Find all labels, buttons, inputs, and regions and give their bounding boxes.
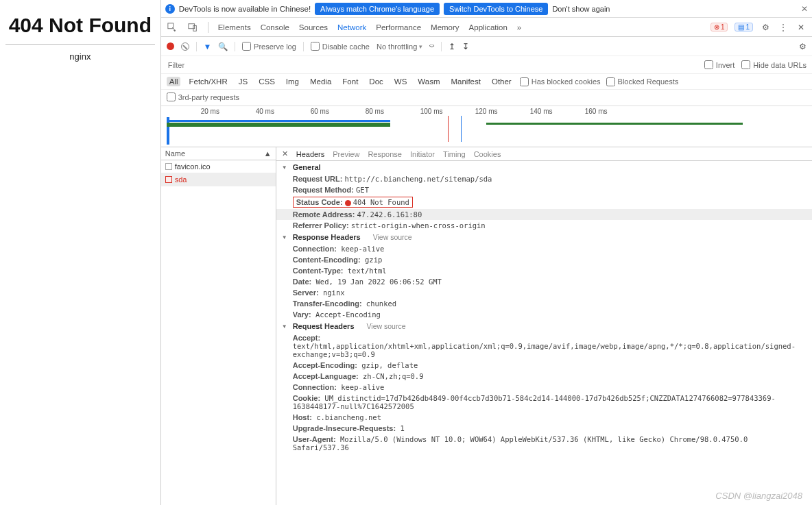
view-source-link[interactable]: View source [373, 233, 412, 241]
response-header-row: Server: nginx [276, 287, 812, 298]
network-toolbar: ▼ 🔍 Preserve log Disable cache No thrott… [161, 37, 812, 56]
invert-checkbox[interactable]: Invert [704, 60, 735, 69]
tab-cookies[interactable]: Cookies [474, 150, 501, 158]
filter-fetch[interactable]: Fetch/XHR [186, 77, 230, 86]
blocked-cookies-checkbox[interactable]: Has blocked cookies [520, 77, 601, 86]
sort-icon: ▲ [264, 149, 272, 158]
request-url: Request URL: http://c.biancheng.net/site… [276, 173, 812, 184]
throttling-select[interactable]: No throttling [377, 42, 422, 51]
filter-css[interactable]: CSS [256, 77, 278, 86]
tab-performance[interactable]: Performance [376, 23, 421, 32]
switch-chinese-button[interactable]: Switch DevTools to Chinese [444, 3, 548, 15]
tab-more[interactable]: » [517, 23, 521, 32]
timeline-bar [486, 123, 742, 125]
file-icon [165, 176, 172, 183]
request-header-row: Connection: keep-alive [276, 382, 812, 393]
tick-label: 120 ms [475, 108, 498, 115]
wifi-icon[interactable]: ⌔ [429, 42, 434, 51]
dont-show-again-link[interactable]: Don't show again [552, 5, 610, 13]
status-code: Status Code: 404 Not Found [276, 195, 812, 209]
filter-input[interactable] [167, 60, 235, 70]
error-title: 404 Not Found [0, 14, 160, 37]
upload-icon[interactable]: ↥ [449, 42, 455, 51]
tab-network[interactable]: Network [337, 23, 366, 32]
filter-font[interactable]: Font [339, 77, 361, 86]
timeline[interactable]: 20 ms 40 ms 60 ms 80 ms 100 ms 120 ms 14… [161, 106, 812, 147]
request-row[interactable]: sda [161, 173, 276, 186]
tab-preview[interactable]: Preview [333, 150, 359, 158]
filter-all[interactable]: All [167, 77, 181, 86]
match-language-button[interactable]: Always match Chrome's language [315, 3, 440, 15]
filter-img[interactable]: Img [283, 77, 302, 86]
request-detail: ✕ Headers Preview Response Initiator Tim… [276, 147, 812, 505]
request-header-row: Upgrade-Insecure-Requests: 1 [276, 423, 812, 434]
clear-icon[interactable] [181, 42, 189, 51]
tab-response[interactable]: Response [368, 150, 402, 158]
close-devtools-icon[interactable]: ✕ [796, 22, 807, 33]
tab-elements[interactable]: Elements [218, 23, 251, 32]
errors-badge[interactable]: 1 [710, 23, 728, 32]
response-header-row: Vary: Accept-Encoding [276, 309, 812, 320]
tab-application[interactable]: Application [469, 23, 508, 32]
hide-dataurls-checkbox[interactable]: Hide data URLs [741, 60, 807, 69]
third-party-checkbox[interactable]: 3rd-party requests [167, 93, 239, 101]
search-icon[interactable]: 🔍 [218, 42, 228, 51]
main-toolbar: Elements Console Sources Network Perform… [161, 18, 812, 37]
request-list-header[interactable]: Name▲ [161, 147, 276, 160]
request-header-row: Accept-Encoding: gzip, deflate [276, 360, 812, 371]
page-content: 404 Not Found nginx [0, 0, 160, 505]
response-headers-section[interactable]: Response HeadersView source [276, 231, 812, 243]
referrer-policy: Referrer Policy: strict-origin-when-cros… [276, 220, 812, 231]
preserve-log-checkbox[interactable]: Preserve log [242, 42, 296, 51]
devtools-panel: i DevTools is now available in Chinese! … [160, 0, 812, 505]
tick-label: 80 ms [366, 108, 384, 115]
request-header-row: User-Agent: Mozilla/5.0 (Windows NT 10.0… [276, 434, 812, 453]
filter-wasm[interactable]: Wasm [415, 77, 442, 86]
tick-label: 20 ms [201, 108, 219, 115]
view-source-link[interactable]: View source [367, 322, 406, 330]
request-row[interactable]: favicon.ico [161, 160, 276, 173]
request-list: Name▲ favicon.ico sda [161, 147, 276, 505]
tab-timing[interactable]: Timing [443, 150, 466, 158]
tick-label: 40 ms [256, 108, 274, 115]
request-header-row: Accept: text/html,application/xhtml+xml,… [276, 332, 812, 360]
filter-ws[interactable]: WS [392, 77, 410, 86]
file-icon [165, 163, 172, 170]
tab-memory[interactable]: Memory [431, 23, 459, 32]
filter-other[interactable]: Other [489, 77, 514, 86]
tab-initiator[interactable]: Initiator [410, 150, 435, 158]
filter-media[interactable]: Media [307, 77, 334, 86]
download-icon[interactable]: ↧ [462, 42, 469, 51]
timeline-bar [167, 120, 391, 122]
request-header-row: Accept-Language: zh-CN,zh;q=0.9 [276, 371, 812, 382]
request-method: Request Method: GET [276, 184, 812, 195]
blocked-requests-checkbox[interactable]: Blocked Requests [606, 77, 679, 86]
network-settings-icon[interactable]: ⚙ [799, 42, 807, 51]
tab-sources[interactable]: Sources [299, 23, 328, 32]
tab-console[interactable]: Console [261, 23, 289, 32]
filter-manifest[interactable]: Manifest [448, 77, 483, 86]
filter-icon[interactable]: ▼ [204, 42, 211, 51]
gear-icon[interactable]: ⚙ [760, 22, 771, 33]
separator [208, 22, 208, 33]
general-section-header[interactable]: General [276, 161, 812, 173]
separator [196, 42, 197, 51]
filter-row: Invert Hide data URLs [161, 56, 812, 74]
filter-doc[interactable]: Doc [366, 77, 385, 86]
info-icon: i [165, 4, 175, 14]
device-toggle-icon[interactable] [187, 22, 198, 33]
record-icon[interactable] [167, 42, 174, 50]
request-headers-section[interactable]: Request HeadersView source [276, 320, 812, 332]
request-header-row: Host: c.biancheng.net [276, 412, 812, 423]
separator [441, 42, 442, 51]
infobar-close-icon[interactable]: ✕ [801, 4, 808, 14]
inspect-icon[interactable] [167, 22, 178, 33]
tab-headers[interactable]: Headers [296, 150, 325, 158]
close-detail-icon[interactable]: ✕ [282, 149, 288, 158]
filter-js[interactable]: JS [236, 77, 250, 86]
response-header-row: Content-Type: text/html [276, 265, 812, 276]
kebab-icon[interactable]: ⋮ [778, 22, 789, 33]
messages-badge[interactable]: 1 [735, 23, 753, 32]
disable-cache-checkbox[interactable]: Disable cache [311, 42, 370, 51]
separator [303, 42, 304, 51]
